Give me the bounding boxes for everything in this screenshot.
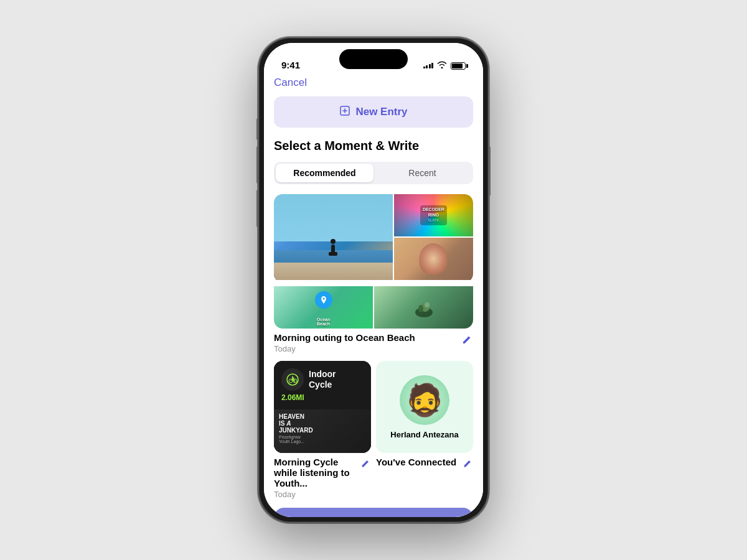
status-time: 9:41 bbox=[281, 60, 300, 70]
connected-info: You've Connected bbox=[376, 457, 473, 499]
beach-photo-grid: DECODERRINGSLATE bbox=[274, 194, 473, 281]
tab-recommended[interactable]: Recommended bbox=[276, 164, 374, 182]
cycle-text: Morning Cycle while listening to Youth..… bbox=[274, 457, 355, 499]
beach-sand bbox=[274, 263, 393, 280]
cancel-button[interactable]: Cancel bbox=[274, 77, 307, 89]
signal-icon bbox=[423, 63, 434, 68]
battery-fill bbox=[452, 63, 463, 68]
svg-point-4 bbox=[425, 302, 430, 307]
volume-up-button bbox=[256, 146, 258, 184]
beach-bottom-row: OceanBeach bbox=[274, 286, 473, 329]
phone-frame: 9:41 bbox=[258, 37, 489, 523]
seashell-image bbox=[394, 238, 473, 280]
beach-main-image bbox=[274, 194, 393, 280]
beach-sky bbox=[274, 194, 393, 241]
app-content[interactable]: Cancel New Entry Select a Moment & Write… bbox=[264, 77, 483, 517]
beach-moment-card[interactable]: DECODERRINGSLATE bbox=[274, 194, 473, 282]
cycle-write-icon[interactable] bbox=[360, 458, 371, 472]
connected-moment-card[interactable]: 🧔 Herland Antezana bbox=[376, 361, 473, 453]
signal-bar-3 bbox=[429, 64, 431, 68]
signal-bar-2 bbox=[426, 65, 428, 68]
volume-down-button bbox=[256, 190, 258, 227]
ocean-beach-label: OceanBeach bbox=[274, 317, 373, 326]
tabs-container: Recommended Recent bbox=[274, 162, 473, 184]
beach-moment-info: Morning outing to Ocean Beach Today bbox=[274, 332, 473, 353]
second-row-info: Morning Cycle while listening to Youth..… bbox=[274, 457, 473, 499]
signal-bar-1 bbox=[423, 67, 425, 68]
beach-moment-text: Morning outing to Ocean Beach Today bbox=[274, 332, 415, 353]
workout-header: IndoorCycle 2.06MI bbox=[274, 361, 371, 409]
connected-write-icon[interactable] bbox=[462, 458, 473, 472]
new-entry-label: New Entry bbox=[355, 106, 407, 118]
album-cover: HEAVENIS AJUNKYARD PrizefighterYouth Lag… bbox=[274, 409, 371, 453]
cycle-moment-card[interactable]: IndoorCycle 2.06MI HEAVENIS AJUNKYARD Pr… bbox=[274, 361, 371, 453]
decoder-ring-image: DECODERRINGSLATE bbox=[394, 194, 473, 236]
avatar-container: 🧔 bbox=[400, 375, 449, 425]
new-entry-icon bbox=[339, 105, 350, 119]
beach-moment-date: Today bbox=[274, 344, 415, 353]
second-moment-row: IndoorCycle 2.06MI HEAVENIS AJUNKYARD Pr… bbox=[274, 361, 473, 453]
ocean-beach-icon bbox=[315, 291, 332, 309]
beach-right-images: DECODERRINGSLATE bbox=[394, 194, 473, 280]
phone-screen: 9:41 bbox=[264, 43, 483, 517]
wifi-icon bbox=[437, 61, 447, 70]
decoder-ring-text: DECODERRINGSLATE bbox=[420, 205, 447, 225]
reflection-label: REFLECTION bbox=[284, 516, 463, 517]
workout-distance: 2.06MI bbox=[281, 393, 364, 402]
beach-moment-title: Morning outing to Ocean Beach bbox=[274, 332, 415, 343]
album-artist: PrizefighterYouth Lago... bbox=[274, 434, 371, 445]
dog-image bbox=[374, 286, 473, 329]
battery-icon bbox=[451, 62, 466, 70]
reflection-card[interactable]: REFLECTION Think about something you lov… bbox=[274, 508, 473, 517]
connected-title: You've Connected bbox=[376, 457, 456, 467]
svg-point-3 bbox=[418, 305, 423, 312]
cycle-title: Morning Cycle while listening to Youth..… bbox=[274, 457, 355, 488]
refresh-icon[interactable] bbox=[449, 516, 463, 517]
tab-recent[interactable]: Recent bbox=[374, 164, 471, 182]
ocean-beach-image: OceanBeach bbox=[274, 286, 373, 329]
workout-circle bbox=[281, 368, 304, 391]
workout-labels: IndoorCycle bbox=[309, 369, 336, 390]
cycle-info: Morning Cycle while listening to Youth..… bbox=[274, 457, 371, 499]
signal-bar-4 bbox=[431, 63, 433, 68]
cycle-date: Today bbox=[274, 490, 355, 499]
album-title: HEAVENIS AJUNKYARD bbox=[274, 409, 371, 434]
power-button bbox=[489, 146, 491, 196]
new-entry-button[interactable]: New Entry bbox=[274, 96, 473, 128]
section-title: Select a Moment & Write bbox=[274, 139, 473, 153]
dynamic-island bbox=[339, 49, 408, 69]
decoder-ring-bg: DECODERRINGSLATE bbox=[394, 194, 473, 236]
album-text-overlay: HEAVENIS AJUNKYARD PrizefighterYouth Lag… bbox=[274, 409, 371, 453]
workout-icon-row: IndoorCycle bbox=[281, 368, 364, 391]
beach-write-icon[interactable] bbox=[461, 334, 473, 349]
status-icons bbox=[423, 61, 466, 70]
svg-point-8 bbox=[293, 378, 294, 380]
contact-name: Herland Antezana bbox=[390, 430, 458, 439]
workout-title: IndoorCycle bbox=[309, 369, 336, 390]
status-bar: 9:41 bbox=[264, 43, 483, 77]
avatar-emoji: 🧔 bbox=[405, 385, 444, 416]
